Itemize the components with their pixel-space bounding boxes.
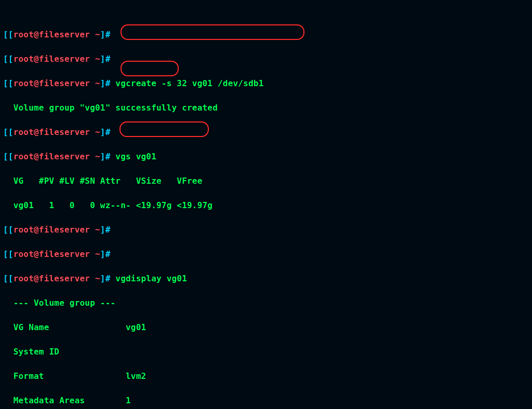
output-line: Volume group "vg01" successfully created bbox=[3, 102, 529, 114]
prompt-line: [[root@fileserver ~]# bbox=[3, 248, 529, 261]
command-vgs: vgs vg01 bbox=[111, 152, 157, 161]
prompt: root@fileserver ~ bbox=[14, 249, 100, 259]
output-line: Format lvm2 bbox=[3, 370, 529, 383]
prompt-line: [[root@fileserver ~]# bbox=[3, 53, 529, 65]
prompt: root@fileserver ~ bbox=[14, 127, 100, 137]
bracket-open: [[ bbox=[3, 30, 14, 39]
bracket-open: [[ bbox=[3, 54, 14, 64]
output-line: Metadata Areas 1 bbox=[3, 394, 529, 407]
terminal[interactable]: [[root@fileserver ~]# [[root@fileserver … bbox=[0, 0, 532, 409]
bracket-open: [[ bbox=[3, 249, 14, 259]
bracket-close: ]# bbox=[100, 225, 111, 235]
command-vgcreate: vgcreate -s 32 vg01 /dev/sdb1 bbox=[111, 78, 264, 88]
output-line: VG #PV #LV #SN Attr VSize VFree bbox=[3, 175, 529, 187]
output-line: vg01 1 0 0 wz--n- <19.97g <19.97g bbox=[3, 199, 529, 212]
prompt: root@fileserver ~ bbox=[14, 225, 100, 235]
bracket-close: ]# bbox=[100, 78, 111, 88]
prompt-line: [[root@fileserver ~]# bbox=[3, 126, 529, 139]
output-line: System ID bbox=[3, 346, 529, 358]
bracket-close: ]# bbox=[100, 54, 111, 64]
prompt-line: [[root@fileserver ~]# vgs vg01 bbox=[3, 151, 529, 163]
bracket-open: [[ bbox=[3, 152, 14, 161]
bracket-close: ]# bbox=[100, 249, 111, 259]
prompt: root@fileserver ~ bbox=[14, 274, 100, 283]
bracket-open: [[ bbox=[3, 127, 14, 137]
command-vgdisplay: vgdisplay vg01 bbox=[111, 274, 188, 283]
bracket-close: ]# bbox=[100, 127, 111, 137]
bracket-open: [[ bbox=[3, 78, 14, 88]
prompt: root@fileserver ~ bbox=[14, 78, 100, 88]
prompt: root@fileserver ~ bbox=[14, 30, 100, 39]
output-line: VG Name vg01 bbox=[3, 321, 529, 334]
bracket-close: ]# bbox=[100, 30, 111, 39]
prompt-line: [[root@fileserver ~]# bbox=[3, 29, 529, 41]
bracket-close: ]# bbox=[100, 152, 111, 161]
bracket-open: [[ bbox=[3, 225, 14, 235]
output-line: --- Volume group --- bbox=[3, 297, 529, 309]
prompt: root@fileserver ~ bbox=[14, 152, 100, 161]
prompt-line: [[root@fileserver ~]# vgcreate -s 32 vg0… bbox=[3, 77, 529, 90]
prompt-line: [[root@fileserver ~]# bbox=[3, 224, 529, 236]
bracket-close: ]# bbox=[100, 274, 111, 283]
bracket-open: [[ bbox=[3, 274, 14, 283]
prompt: root@fileserver ~ bbox=[14, 54, 100, 64]
prompt-line: [[root@fileserver ~]# vgdisplay vg01 bbox=[3, 272, 529, 285]
